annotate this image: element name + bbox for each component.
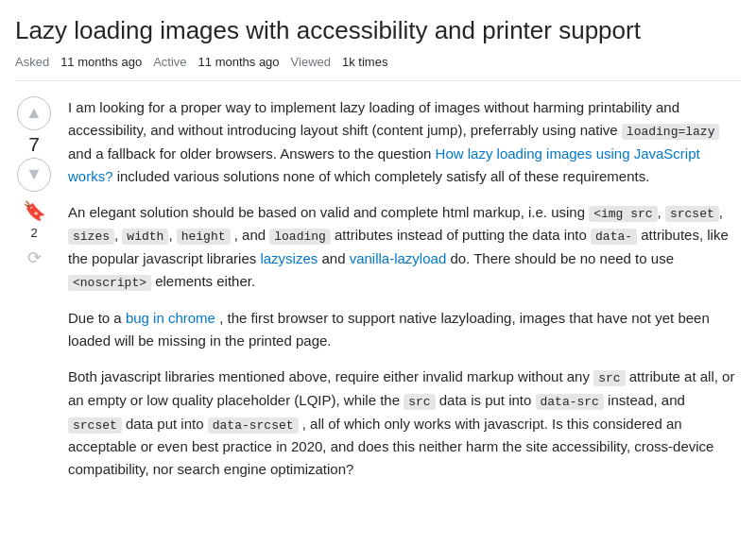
para1-text-after2: included various solutions none of which…: [117, 168, 650, 184]
para1-text-before: I am looking for a proper way to impleme…: [68, 99, 679, 138]
paragraph-2: An elegant solution should be based on v…: [68, 201, 741, 294]
downvote-button[interactable]: ▼: [17, 158, 51, 192]
para2-code-loading: loading: [269, 229, 331, 245]
para2-code-img-src: <img src: [589, 206, 657, 222]
para2-code-height: height: [177, 229, 231, 245]
para2-code-width: width: [122, 229, 168, 245]
bookmark-icon[interactable]: 🔖: [23, 199, 46, 222]
para4-code-data-src: data-src: [536, 394, 604, 410]
para1-code-loading-lazy: loading=lazy: [622, 124, 720, 140]
para2-code-data: data-: [591, 229, 637, 245]
para3-link-bug[interactable]: bug in chrome: [126, 310, 215, 326]
paragraph-4: Both javascript libraries mentioned abov…: [68, 366, 741, 481]
para1-text-middle2: and a fallback for older browsers. Answe…: [68, 145, 431, 162]
para2-text-after3-text: elements either.: [155, 273, 255, 289]
viewed-value: 1k times: [342, 55, 387, 69]
question-body: I am looking for a proper way to impleme…: [68, 96, 741, 482]
vote-count: 7: [28, 134, 40, 154]
para2-code-noscript: <noscript>: [68, 275, 151, 291]
page-title: Lazy loading images with accessibility a…: [15, 15, 741, 47]
para2-and: , and: [234, 227, 266, 243]
para2-link-lazysizes[interactable]: lazysizes: [260, 250, 318, 266]
paragraph-3: Due to a bug in chrome , the first brows…: [68, 307, 741, 352]
para2-text-before: An elegant solution should be based on v…: [68, 204, 585, 220]
para4-text-middle3-text: instead, and: [608, 392, 685, 408]
para2-link-vanilla-lazyload[interactable]: vanilla-lazyload: [350, 250, 447, 266]
question-layout: ▲ 7 ▼ 🔖 2 ⟳ I am looking for a proper wa…: [15, 96, 741, 482]
para4-text-before: Both javascript libraries mentioned abov…: [68, 368, 590, 384]
active-label: Active: [153, 55, 186, 69]
para2-text-middle2: attributes instead of putting the data i…: [335, 227, 587, 243]
meta-bar: Asked 11 months ago Active 11 months ago…: [15, 55, 741, 81]
bookmark-count: 2: [30, 226, 37, 240]
para2-code-srcset: srcset: [665, 206, 719, 222]
vote-panel: ▲ 7 ▼ 🔖 2 ⟳: [15, 96, 53, 268]
para2-text-after2-text: do. There should be no need to use: [450, 250, 674, 266]
history-icon[interactable]: ⟳: [27, 247, 42, 268]
para4-text-middle2-text: data is put into: [439, 392, 532, 408]
para3-text-before: Due to a: [68, 310, 122, 326]
asked-label: Asked: [15, 55, 49, 69]
para4-code-src1: src: [593, 370, 625, 386]
para4-code-src2: src: [404, 394, 435, 410]
active-value: 11 months ago: [198, 55, 280, 69]
para4-code-data-srcset: data-srcset: [208, 417, 299, 434]
paragraph-1: I am looking for a proper way to impleme…: [68, 96, 741, 188]
asked-value: 11 months ago: [60, 55, 142, 69]
para2-and2-text: and: [321, 250, 345, 266]
upvote-button[interactable]: ▲: [17, 96, 51, 130]
para4-code-srcset: srcset: [68, 417, 122, 434]
para4-text-middle4-text: data put into: [126, 416, 204, 432]
viewed-label: Viewed: [291, 55, 331, 69]
para2-code-sizes: sizes: [68, 229, 114, 245]
